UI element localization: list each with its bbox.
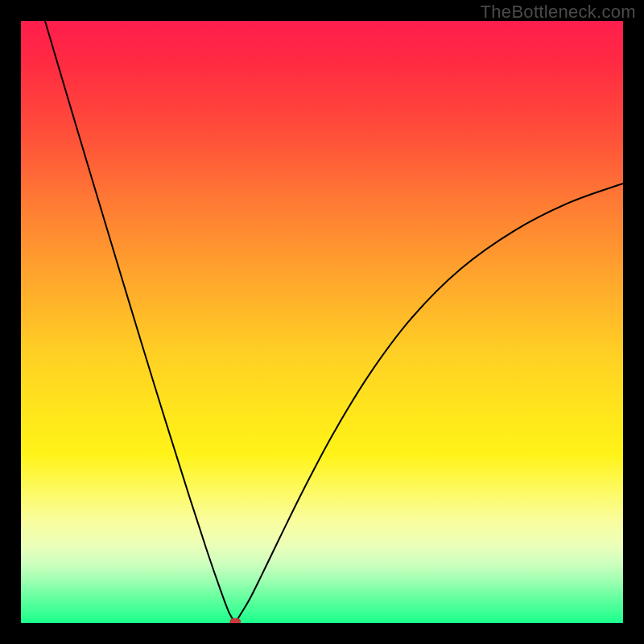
chart-frame: TheBottleneck.com <box>0 0 644 644</box>
plot-area <box>21 21 623 623</box>
curve-right-branch <box>236 184 623 622</box>
curve-left-branch <box>45 21 235 622</box>
optimal-point-marker <box>230 619 241 624</box>
chart-svg <box>21 21 623 623</box>
watermark-text: TheBottleneck.com <box>481 2 636 23</box>
